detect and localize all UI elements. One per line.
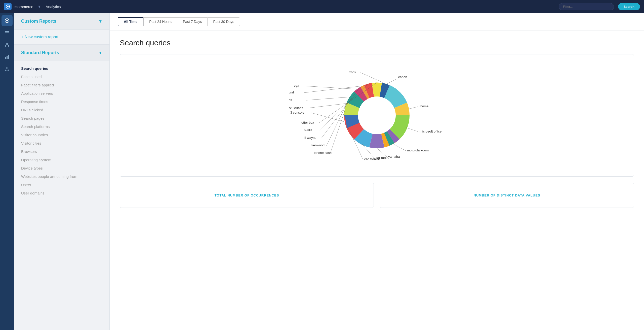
new-custom-report[interactable]: + New custom report xyxy=(14,30,109,45)
svg-rect-6 xyxy=(5,32,9,33)
sidebar-nav-item[interactable]: User domains xyxy=(14,189,109,197)
sidebar-nav-item[interactable]: URLs clicked xyxy=(14,106,109,114)
svg-text:kenwood: kenwood xyxy=(311,143,325,147)
custom-reports-arrow: ▼ xyxy=(98,19,102,24)
svg-line-52 xyxy=(360,73,386,84)
sidebar-nav-item[interactable]: Application servers xyxy=(14,89,109,97)
sidebar-nav-item[interactable]: Facet filters applied xyxy=(14,81,109,89)
svg-text:nvidia: nvidia xyxy=(304,128,313,132)
sidebar-icon-dashboard[interactable] xyxy=(2,15,13,26)
svg-text:car stereos: car stereos xyxy=(364,157,381,161)
sidebar-nav-item[interactable]: Response times xyxy=(14,97,109,106)
svg-text:iphone case: iphone case xyxy=(314,151,332,155)
svg-text:yamaha: yamaha xyxy=(388,155,400,158)
distinct-values-label: NUMBER OF DISTINCT DATA VALUES xyxy=(474,193,540,197)
time-filter-button[interactable]: Past 7 Days xyxy=(177,17,207,26)
distinct-values-card: NUMBER OF DISTINCT DATA VALUES xyxy=(380,183,634,208)
time-filter-button[interactable]: All Time xyxy=(118,17,143,26)
nav-separator: ▾ xyxy=(38,4,41,9)
sidebar-icon-flask[interactable] xyxy=(2,63,13,75)
app-name: ecommerce xyxy=(14,5,33,9)
custom-reports-title: Custom Reports xyxy=(21,19,56,24)
svg-text:playstation 3 console: playstation 3 console xyxy=(289,111,304,114)
page-title: Search queries xyxy=(120,39,634,47)
bottom-cards: TOTAL NUMBER OF OCCURRENCES NUMBER OF DI… xyxy=(120,183,634,208)
svg-rect-13 xyxy=(5,57,6,59)
sidebar-nav-item[interactable]: Browsers xyxy=(14,147,109,156)
svg-text:surround sound: surround sound xyxy=(289,90,294,94)
svg-text:xbox: xbox xyxy=(349,70,356,74)
main-layout: Custom Reports ▼ + New custom report Sta… xyxy=(0,13,644,330)
occurrences-label: TOTAL NUMBER OF OCCURRENCES xyxy=(215,193,279,197)
svg-point-17 xyxy=(358,96,396,134)
svg-line-22 xyxy=(406,127,418,132)
svg-text:power supply: power supply xyxy=(289,106,303,109)
occurrences-card: TOTAL NUMBER OF OCCURRENCES xyxy=(120,183,374,208)
svg-line-12 xyxy=(7,44,9,46)
icon-sidebar xyxy=(0,13,14,330)
svg-rect-7 xyxy=(5,34,9,34)
topnav: ecommerce ▾ Analytics Search xyxy=(0,0,644,13)
svg-text:sony headphones: sony headphones xyxy=(289,98,292,102)
svg-text:motorola xoom: motorola xoom xyxy=(407,148,429,152)
svg-text:microsoft office: microsoft office xyxy=(420,129,441,133)
time-filter-bar: All TimePast 24 HoursPast 7 DaysPast 30 … xyxy=(110,13,644,30)
sidebar-icon-chart[interactable] xyxy=(2,51,13,62)
nav-sidebar: Custom Reports ▼ + New custom report Sta… xyxy=(14,13,110,330)
logo-icon xyxy=(4,3,12,10)
page-content: Search queries xyxy=(110,30,644,216)
time-filter-button[interactable]: Past 24 Hours xyxy=(143,17,177,26)
svg-line-26 xyxy=(377,148,387,157)
svg-rect-15 xyxy=(8,55,9,59)
svg-line-18 xyxy=(384,79,397,85)
svg-line-50 xyxy=(304,86,357,89)
standard-reports-title: Standard Reports xyxy=(21,50,59,55)
svg-text:ihome: ihome xyxy=(420,104,428,108)
svg-line-44 xyxy=(310,103,348,108)
sidebar-icon-list[interactable] xyxy=(2,27,13,38)
svg-rect-5 xyxy=(5,31,9,32)
sidebar-nav-item[interactable]: Users xyxy=(14,181,109,189)
svg-rect-14 xyxy=(7,56,8,59)
sidebar-nav-item[interactable]: Search platforms xyxy=(14,122,109,131)
sidebar-nav-item[interactable]: Websites people are coming from xyxy=(14,172,109,181)
nav-list: Search queriesFacets usedFacet filters a… xyxy=(14,61,109,200)
sidebar-nav-item[interactable]: Facets used xyxy=(14,73,109,81)
sidebar-nav-item[interactable]: Search pages xyxy=(14,114,109,122)
svg-line-42 xyxy=(311,113,344,122)
svg-text:otter box: otter box xyxy=(301,121,314,124)
svg-point-10 xyxy=(8,46,9,47)
custom-reports-header[interactable]: Custom Reports ▼ xyxy=(14,13,109,30)
svg-text:canon: canon xyxy=(398,75,407,79)
content-area: All TimePast 24 HoursPast 7 DaysPast 30 … xyxy=(110,13,644,330)
svg-text:lil wayne: lil wayne xyxy=(304,136,316,140)
svg-text:vga: vga xyxy=(294,84,299,87)
sidebar-nav-item[interactable]: Visitor cities xyxy=(14,139,109,147)
svg-point-9 xyxy=(5,46,6,47)
svg-point-8 xyxy=(7,43,8,44)
svg-line-11 xyxy=(6,44,7,46)
filter-input[interactable] xyxy=(559,3,614,10)
svg-line-46 xyxy=(306,97,349,100)
sidebar-nav-item[interactable]: Search queries xyxy=(14,64,109,73)
sidebar-nav-item[interactable]: Operating System xyxy=(14,156,109,164)
time-filter-button[interactable]: Past 30 Days xyxy=(207,17,240,26)
search-button[interactable]: Search xyxy=(618,3,640,10)
sidebar-nav-item[interactable]: Device types xyxy=(14,164,109,172)
chart-card: canon ihome microsoft office motorola xo… xyxy=(120,54,634,177)
donut-chart: canon ihome microsoft office motorola xo… xyxy=(289,62,465,168)
svg-line-20 xyxy=(408,107,418,109)
svg-point-3 xyxy=(6,20,8,21)
standard-reports-arrow: ▼ xyxy=(98,51,102,55)
sidebar-nav-item[interactable]: Visitor countries xyxy=(14,131,109,139)
svg-line-32 xyxy=(330,109,345,153)
svg-line-48 xyxy=(304,86,363,93)
sidebar-icon-network[interactable] xyxy=(2,39,13,50)
svg-point-1 xyxy=(7,6,9,7)
section-name: Analytics xyxy=(46,5,61,9)
svg-line-24 xyxy=(392,144,406,151)
app-logo[interactable]: ecommerce xyxy=(4,3,33,10)
standard-reports-header[interactable]: Standard Reports ▼ xyxy=(14,45,109,61)
